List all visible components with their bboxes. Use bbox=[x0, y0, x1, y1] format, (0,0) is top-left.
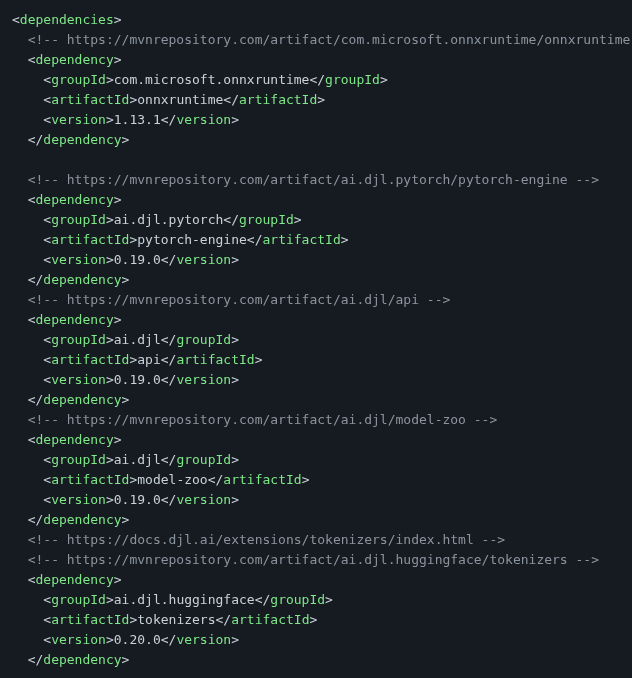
xml-content: <dependencies> <!-- https://mvnrepositor… bbox=[12, 12, 632, 667]
xml-code-block: <dependencies> <!-- https://mvnrepositor… bbox=[0, 0, 632, 678]
